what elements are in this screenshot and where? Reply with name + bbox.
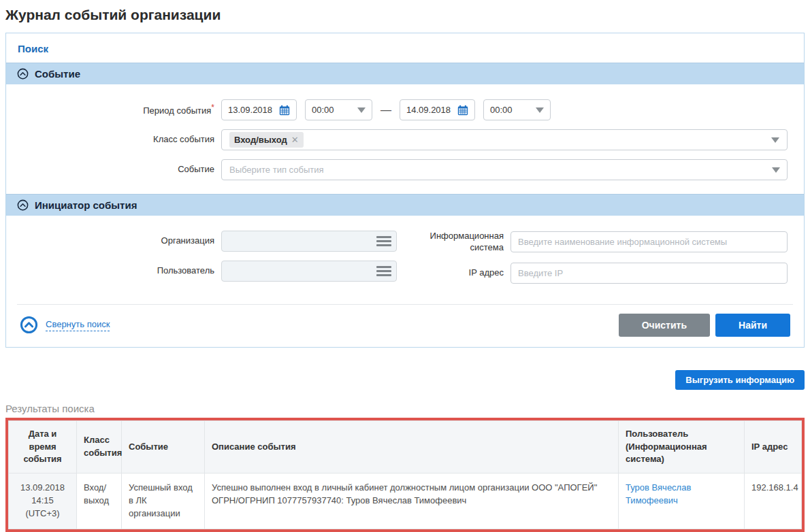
initiator-section-form: Организация Пользователь Информационная … bbox=[6, 216, 804, 297]
export-button[interactable]: Выгрузить информацию bbox=[675, 370, 805, 390]
user-row: Пользователь bbox=[22, 261, 397, 282]
section-title-event: Событие bbox=[35, 68, 80, 80]
table-header-row: Дата и время события Класс события Событ… bbox=[9, 420, 802, 473]
event-class-select[interactable]: Вход/выход ✕ bbox=[221, 129, 788, 150]
ip-input[interactable] bbox=[511, 263, 788, 284]
remove-tag-icon[interactable]: ✕ bbox=[291, 135, 299, 145]
search-panel-title: Поиск bbox=[6, 33, 804, 63]
cell-event-class: Вход/ выход bbox=[77, 473, 122, 529]
col-header-event: Событие bbox=[122, 420, 205, 473]
info-system-label: Информационная система bbox=[410, 231, 504, 254]
user-label: Пользователь bbox=[22, 265, 214, 276]
period-row: Период события* 13.09.2018 00:00 — 14.09… bbox=[22, 99, 788, 120]
cell-user: Туров Вячеслав Тимофеевич bbox=[619, 473, 745, 529]
required-asterisk: * bbox=[211, 103, 214, 112]
event-section-form: Период события* 13.09.2018 00:00 — 14.09… bbox=[6, 84, 804, 194]
date-to-input[interactable]: 14.09.2018 bbox=[400, 99, 475, 120]
col-header-class: Класс события bbox=[77, 420, 122, 473]
organization-picker[interactable] bbox=[221, 231, 397, 252]
search-panel: Поиск Событие Период события* 13.09.2018… bbox=[5, 33, 805, 348]
col-header-ip: IP адрес bbox=[745, 420, 802, 473]
section-title-initiator: Инициатор события bbox=[35, 199, 137, 211]
collapse-search-label[interactable]: Свернуть поиск bbox=[46, 319, 110, 331]
cell-description: Успешно выполнен вход в личный кабинет д… bbox=[205, 473, 619, 529]
user-link[interactable]: Туров Вячеслав Тимофеевич bbox=[626, 482, 691, 505]
calendar-icon[interactable] bbox=[457, 105, 468, 116]
date-from-input[interactable]: 13.09.2018 bbox=[221, 99, 297, 120]
col-header-user: Пользователь (Информационная система) bbox=[619, 420, 745, 473]
user-picker[interactable] bbox=[221, 261, 397, 282]
chevron-down-icon bbox=[772, 167, 780, 173]
collapse-section-icon[interactable] bbox=[17, 199, 29, 211]
chevron-down-icon bbox=[357, 107, 366, 113]
col-header-datetime: Дата и время события bbox=[9, 420, 77, 473]
section-header-event[interactable]: Событие bbox=[6, 63, 804, 84]
event-type-label: Событие bbox=[22, 164, 214, 175]
collapse-circle-icon[interactable] bbox=[20, 316, 38, 334]
info-system-input[interactable] bbox=[511, 231, 788, 252]
cell-datetime: 13.09.2018 14:15 (UTC+3) bbox=[9, 473, 77, 529]
find-button[interactable]: Найти bbox=[715, 314, 790, 337]
event-type-input[interactable] bbox=[223, 160, 768, 180]
time-to-select[interactable]: 00:00 bbox=[483, 99, 551, 120]
period-label: Период события* bbox=[22, 103, 214, 117]
time-from-select[interactable]: 00:00 bbox=[305, 99, 372, 120]
event-type-row: Событие bbox=[22, 159, 788, 180]
organization-row: Организация bbox=[22, 231, 397, 252]
col-header-description: Описание события bbox=[205, 420, 619, 473]
results-table: Дата и время события Класс события Событ… bbox=[5, 418, 805, 532]
cell-ip: 192.168.1.4 bbox=[745, 473, 802, 529]
collapse-section-icon[interactable] bbox=[17, 68, 29, 80]
selected-tag-chip: Вход/выход ✕ bbox=[229, 132, 304, 148]
ip-row: IP адрес bbox=[410, 263, 788, 284]
organization-label: Организация bbox=[22, 235, 214, 246]
chevron-down-icon bbox=[536, 107, 544, 113]
menu-icon[interactable] bbox=[376, 236, 391, 246]
page-title: Журнал событий организации bbox=[5, 7, 805, 23]
event-class-label: Класс события bbox=[22, 134, 214, 145]
info-system-row: Информационная система bbox=[410, 231, 788, 254]
cell-event: Успешный вход в ЛК организации bbox=[122, 473, 205, 529]
menu-icon[interactable] bbox=[376, 266, 391, 276]
event-type-select[interactable] bbox=[221, 159, 788, 180]
search-footer: Свернуть поиск Очистить Найти bbox=[17, 304, 793, 347]
ip-label: IP адрес bbox=[410, 267, 504, 279]
section-header-initiator[interactable]: Инициатор события bbox=[6, 194, 804, 216]
collapse-search-link[interactable]: Свернуть поиск bbox=[20, 316, 110, 334]
calendar-icon[interactable] bbox=[279, 105, 290, 116]
period-separator: — bbox=[380, 104, 391, 116]
chevron-down-icon bbox=[771, 137, 779, 143]
table-row: 13.09.2018 14:15 (UTC+3) Вход/ выход Усп… bbox=[9, 473, 802, 529]
clear-button[interactable]: Очистить bbox=[619, 314, 710, 337]
event-class-row: Класс события Вход/выход ✕ bbox=[22, 129, 788, 150]
export-row: Выгрузить информацию bbox=[5, 370, 805, 390]
results-title: Результаты поиска bbox=[5, 403, 805, 414]
